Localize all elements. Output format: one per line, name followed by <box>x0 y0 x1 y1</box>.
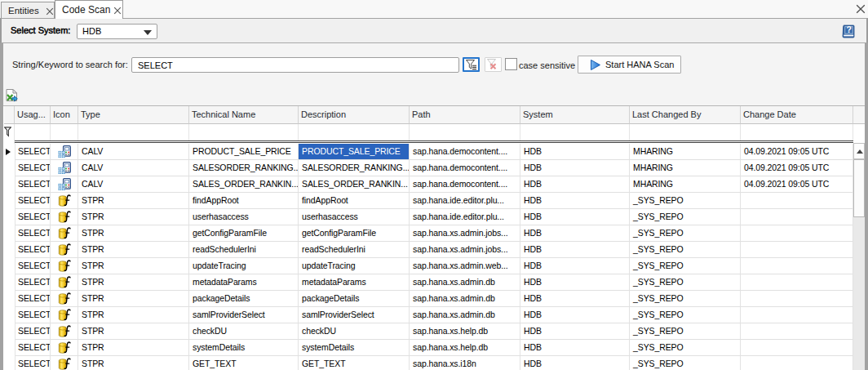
svg-text:?: ? <box>846 25 851 34</box>
